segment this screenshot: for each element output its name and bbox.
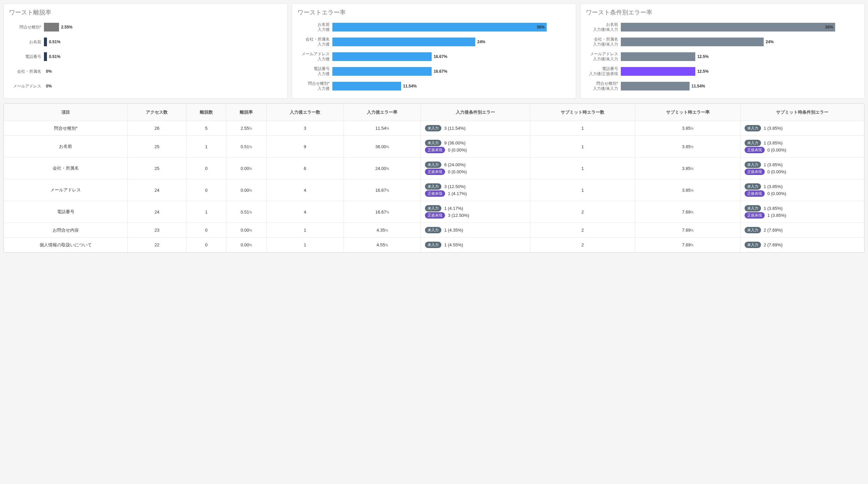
badge-value: 6 (24.00%)	[444, 162, 466, 167]
table-header-row: 項目アクセス数離脱数離脱率入力後エラー数入力後エラー率入力後条件別エラーサブミッ…	[4, 104, 864, 121]
cell-item: メールアドレス	[4, 179, 128, 201]
bar-value: 11.54%	[691, 84, 705, 89]
cell-cond: 未入力1 (4.17%)正規表現3 (12.50%)	[421, 201, 530, 223]
cell-cond: 未入力1 (3.85%)正規表現1 (3.85%)	[740, 201, 864, 223]
bar-fill	[621, 37, 764, 46]
col-header[interactable]: アクセス数	[127, 104, 186, 121]
bar-row: お名前 入力後/未入力36%	[584, 20, 859, 35]
bar-fill	[44, 52, 47, 61]
bar-label: メールアドレス 入力後	[296, 52, 332, 62]
badge-line: 未入力6 (24.00%)	[425, 162, 527, 168]
bar-value: 0.51%	[49, 39, 60, 44]
badge-line: 正規表現3 (12.50%)	[425, 212, 527, 219]
col-header[interactable]: 入力後条件別エラー	[421, 104, 530, 121]
bar-value: 16.67%	[434, 69, 447, 74]
cell-cond: 未入力1 (3.85%)正規表現0 (0.00%)	[740, 158, 864, 179]
badge-value: 2 (7.69%)	[764, 242, 782, 247]
bar-track: 0.51%	[44, 37, 282, 46]
badge-regex: 正規表現	[745, 190, 765, 197]
bar-row: 会社・所属名 入力後/未入力24%	[584, 35, 859, 49]
cell-leave: 0	[186, 158, 226, 179]
bar-row: メールアドレス0%	[7, 79, 282, 94]
cell-after-err: 4	[266, 201, 343, 223]
cell-leave: 0	[186, 179, 226, 201]
bar-label: お名前 入力後/未入力	[584, 22, 621, 32]
badge-line: 正規表現0 (0.00%)	[745, 190, 861, 197]
cell-item: お問合せ内容	[4, 223, 128, 238]
chart-title: ワースト条件別エラー率	[586, 8, 859, 17]
col-header[interactable]: 項目	[4, 104, 128, 121]
cell-cond: 未入力1 (3.85%)正規表現0 (0.00%)	[740, 136, 864, 158]
bar-label: 電話番号 入力後	[296, 66, 332, 76]
badge-miinput: 未入力	[425, 205, 441, 212]
cell-access: 22	[127, 238, 186, 252]
col-header[interactable]: 離脱数	[186, 104, 226, 121]
cell-rate: 3.85%	[635, 121, 741, 136]
cell-rate: 0.00%	[226, 179, 266, 201]
cell-submit-err: 1	[530, 121, 635, 136]
bar-label: 会社・所属名	[7, 69, 44, 74]
col-header[interactable]: 入力後エラー数	[266, 104, 343, 121]
badge-value: 0 (0.00%)	[767, 191, 786, 196]
col-header[interactable]: サブミット時エラー率	[635, 104, 741, 121]
cell-item: 問合せ種別*	[4, 121, 128, 136]
bar-track: 12.5%	[621, 67, 859, 76]
charts-row: ワースト離脱率問合せ種別*2.55%お名前0.51%電話番号0.51%会社・所属…	[3, 3, 865, 99]
bar-track: 11.54%	[332, 82, 570, 91]
cell-after-err: 1	[266, 238, 343, 252]
cell-cond: 未入力2 (7.69%)	[740, 223, 864, 238]
cell-rate: 7.69%	[635, 223, 741, 238]
bar-fill	[621, 82, 689, 91]
badge-regex: 正規表現	[745, 169, 765, 175]
cell-access: 23	[127, 223, 186, 238]
cell-rate: 0.00%	[226, 223, 266, 238]
table-row: 問合せ種別*2652.55%311.54%未入力3 (11.54%)13.85%…	[4, 121, 864, 136]
col-header[interactable]: サブミット時エラー数	[530, 104, 635, 121]
bar-row: 電話番号0.51%	[7, 49, 282, 64]
cell-rate: 11.54%	[344, 121, 421, 136]
bar-value: 36%	[825, 25, 833, 30]
badge-regex: 正規表現	[425, 212, 445, 219]
cell-cond: 未入力9 (36.00%)正規表現0 (0.00%)	[421, 136, 530, 158]
col-header[interactable]: 離脱率	[226, 104, 266, 121]
table-row: 電話番号2410.51%416.67%未入力1 (4.17%)正規表現3 (12…	[4, 201, 864, 223]
cell-rate: 24.00%	[344, 158, 421, 179]
cell-leave: 1	[186, 201, 226, 223]
cell-submit-err: 1	[530, 179, 635, 201]
cell-leave: 1	[186, 136, 226, 158]
badge-value: 1 (3.85%)	[764, 206, 782, 211]
bar-value: 0.51%	[49, 54, 60, 59]
badge-miinput: 未入力	[425, 183, 441, 190]
col-header[interactable]: 入力後エラー率	[344, 104, 421, 121]
cell-item: 個人情報の取扱いについて	[4, 238, 128, 252]
table-body: 問合せ種別*2652.55%311.54%未入力3 (11.54%)13.85%…	[4, 121, 864, 252]
table-row: お名前2510.51%936.00%未入力9 (36.00%)正規表現0 (0.…	[4, 136, 864, 158]
bar-track: 36%	[332, 23, 570, 32]
badge-value: 3 (12.50%)	[448, 213, 469, 218]
bar-row: 電話番号 入力後16.67%	[296, 64, 570, 79]
bar-value: 24%	[766, 39, 774, 44]
cell-rate: 3.85%	[635, 158, 741, 179]
badge-miinput: 未入力	[425, 227, 441, 233]
badge-line: 正規表現0 (0.00%)	[425, 147, 527, 153]
bar-row: 問合せ種別* 入力後11.54%	[296, 79, 570, 94]
table-row: 会社・所属名2500.00%624.00%未入力6 (24.00%)正規表現0 …	[4, 158, 864, 179]
cell-rate: 7.69%	[635, 201, 741, 223]
badge-miinput: 未入力	[745, 125, 761, 131]
bar-row: 会社・所属名0%	[7, 64, 282, 79]
badge-line: 正規表現1 (3.85%)	[745, 212, 861, 219]
badge-value: 0 (0.00%)	[767, 148, 786, 153]
cell-access: 25	[127, 136, 186, 158]
col-header[interactable]: サブミット時条件別エラー	[740, 104, 864, 121]
badge-line: 未入力2 (7.69%)	[745, 242, 861, 248]
badge-line: 未入力1 (3.85%)	[745, 125, 861, 131]
badge-miinput: 未入力	[745, 242, 761, 248]
bar-fill	[332, 52, 432, 61]
bar-label: お名前 入力後	[296, 22, 332, 32]
bar-row: 問合せ種別* 入力後/未入力11.54%	[584, 79, 859, 94]
cell-cond: 未入力2 (7.69%)	[740, 238, 864, 252]
bar-track: 11.54%	[621, 82, 859, 91]
bar-value: 12.5%	[697, 54, 709, 59]
bar-label: 問合せ種別* 入力後	[296, 81, 332, 91]
badge-miinput: 未入力	[745, 205, 761, 212]
